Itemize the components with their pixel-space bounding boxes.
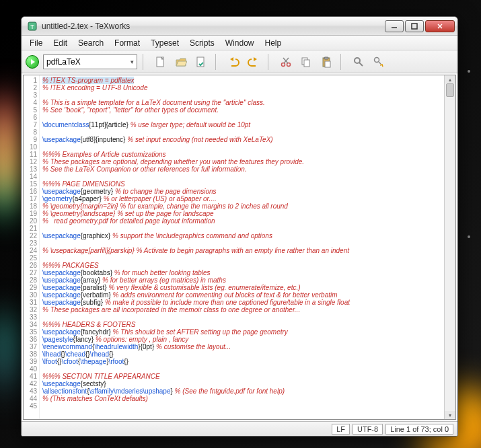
code-line[interactable]: \usepackage{sectsty} [42,380,441,387]
code-line[interactable] [42,114,441,121]
code-line[interactable]: \usepackage{graphicx} % support the \inc… [42,232,441,239]
code-line[interactable]: \usepackage{subfig} % make it possible t… [42,299,441,306]
code-line[interactable] [42,128,441,136]
code-line[interactable] [42,173,441,180]
code-line[interactable]: \usepackage[utf8]{inputenc} % set input … [42,136,441,143]
code-editor[interactable]: % !TEX TS-program = pdflatex% !TEX encod… [40,75,444,419]
vertical-scrollbar[interactable]: ▴ ▾ [444,75,455,419]
menu-edit[interactable]: Edit [48,37,73,49]
app-window: T untitled-2.tex - TeXworks File Edit Se… [21,16,458,437]
toolbar-separator [340,54,344,70]
menu-window[interactable]: Window [220,37,260,49]
status-position[interactable]: Line 1 of 73; col 0 [385,424,453,435]
menu-search[interactable]: Search [73,37,109,49]
scroll-down-icon[interactable]: ▾ [445,411,455,419]
code-line[interactable]: \usepackage{booktabs} % for much better … [42,269,441,276]
code-line[interactable]: \pagestyle{fancy} % options: empty , pla… [42,336,441,343]
line-number: 18 [24,202,37,210]
line-number: 30 [24,291,37,299]
maximize-button[interactable] [405,20,424,32]
code-line[interactable]: \usepackage{geometry} % to change the pa… [42,188,441,195]
line-number: 44 [24,395,37,402]
line-number: 13 [24,165,37,173]
code-line[interactable] [42,91,441,99]
titlebar[interactable]: T untitled-2.tex - TeXworks [22,17,457,36]
code-line[interactable]: %%% PAGE DIMENSIONS [42,180,441,188]
line-number: 20 [24,217,37,225]
code-line[interactable]: %%% Examples of Article customizations [42,151,441,158]
code-line[interactable]: %%% HEADERS & FOOTERS [42,321,441,328]
redo-button[interactable] [245,53,262,71]
svg-marker-10 [254,57,257,61]
line-number: 11 [24,151,37,158]
code-line[interactable]: \lhead{}\chead{}\rhead{} [42,350,441,358]
menubar: File Edit Search Format Typeset Scripts … [22,36,457,50]
toolbar-separator [215,54,219,70]
code-line[interactable]: % !TEX TS-program = pdflatex [42,77,441,84]
code-line[interactable]: %%% SECTION TITLE APPEARANCE [42,373,441,380]
scroll-up-icon[interactable]: ▴ [445,75,455,83]
svg-line-23 [379,62,381,64]
paste-button[interactable] [318,53,335,71]
menu-scripts[interactable]: Scripts [184,37,220,49]
code-line[interactable]: % read geometry.pdf for detailed page la… [42,217,441,225]
engine-select[interactable]: pdfLaTeX [43,54,137,69]
code-line[interactable] [42,402,441,410]
svg-line-14 [283,58,288,63]
menu-help[interactable]: Help [259,37,287,49]
code-line[interactable]: % This is a simple template for a LaTeX … [42,99,441,106]
code-line[interactable]: \allsectionsfont{\sffamily\mdseries\upsh… [42,387,441,395]
code-line[interactable]: % See "book", "report", "letter" for oth… [42,106,441,114]
new-file-button[interactable] [152,53,170,71]
menu-file[interactable]: File [24,37,48,49]
line-number: 22 [24,232,37,239]
scroll-thumb[interactable] [446,83,454,97]
status-encoding[interactable]: UTF-8 [353,424,383,435]
menu-format[interactable]: Format [109,37,145,49]
undo-button[interactable] [225,53,242,71]
line-number: 6 [24,114,37,121]
menu-typeset[interactable]: Typeset [145,37,184,49]
open-file-button[interactable] [172,53,190,71]
save-file-button[interactable] [192,53,210,71]
replace-button[interactable] [370,53,387,71]
svg-text:T: T [30,24,34,30]
code-line[interactable]: \usepackage{fancyhdr} % This should be s… [42,328,441,336]
close-button[interactable] [425,20,455,32]
status-eol[interactable]: LF [332,424,350,435]
line-number: 15 [24,180,37,188]
code-line[interactable]: %%% PACKAGES [42,262,441,269]
code-line[interactable] [42,254,441,262]
code-line[interactable]: % \geometry{margin=2in} % for example, c… [42,202,441,210]
code-line[interactable]: \documentclass[11pt]{article} % use larg… [42,121,441,128]
svg-rect-3 [412,24,417,29]
code-line[interactable]: % (This matches ConTeXt defaults) [42,395,441,402]
svg-line-21 [359,63,363,66]
code-line[interactable]: % \usepackage[parfill]{parskip} % Activa… [42,247,441,254]
code-line[interactable]: \geometry{a4paper} % or letterpaper (US)… [42,195,441,202]
line-number: 17 [24,195,37,202]
cut-button[interactable] [277,53,295,71]
code-line[interactable] [42,313,441,321]
copy-button[interactable] [297,53,315,71]
code-line[interactable] [42,239,441,247]
code-line[interactable] [42,225,441,232]
svg-rect-19 [325,61,330,67]
line-number: 32 [24,306,37,313]
minimize-button[interactable] [385,20,404,32]
code-line[interactable]: \usepackage{array} % for better arrays (… [42,276,441,284]
code-line[interactable]: % !TEX encoding = UTF-8 Unicode [42,84,441,91]
window-title: untitled-2.tex - TeXworks [42,22,383,31]
code-line[interactable] [42,365,441,373]
code-line[interactable] [42,143,441,151]
code-line[interactable]: % These packages are optional, depending… [42,158,441,165]
code-line[interactable]: % See the LaTeX Companion or other refer… [42,165,441,173]
code-line[interactable]: \lfoot{}\cfoot{\thepage}\rfoot{} [42,358,441,365]
code-line[interactable]: \renewcommand{\headrulewidth}{0pt} % cus… [42,343,441,350]
code-line[interactable]: % \geometry{landscape} % set up the page… [42,210,441,217]
code-line[interactable]: % These packages are all incorporated in… [42,306,441,313]
find-button[interactable] [350,53,367,71]
code-line[interactable]: \usepackage{verbatim} % adds environment… [42,291,441,299]
code-line[interactable]: \usepackage{paralist} % very flexible & … [42,284,441,291]
typeset-run-button[interactable] [26,55,39,69]
